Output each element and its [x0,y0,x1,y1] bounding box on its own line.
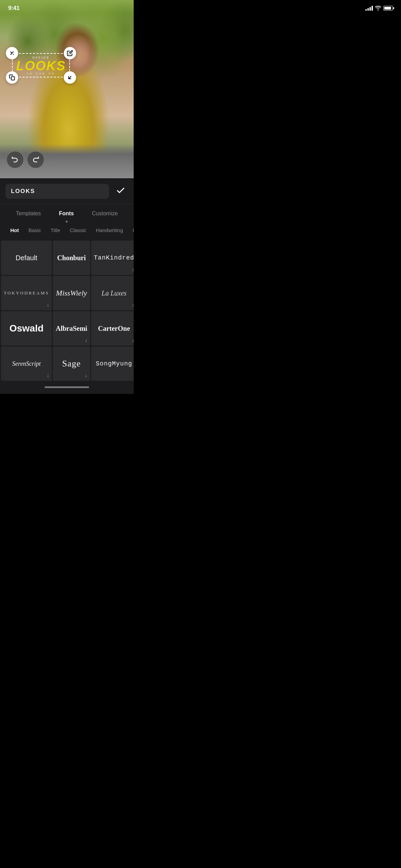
font-cell-tokyodreams[interactable]: TOKYODREAMS ↓ [1,276,52,310]
download-icon-sage: ↓ [85,373,87,378]
undo-button[interactable] [7,152,23,168]
resize-handle[interactable] [64,71,76,84]
text-overlay-container[interactable]: OFFICE LOOKS TH ONE SH [12,53,70,77]
tab-templates[interactable]: Templates [13,209,44,218]
download-icon-albrasemi: ↓ [85,337,87,343]
font-label-oswald: Oswald [7,320,46,337]
tabs-row: Templates Fonts Customize [0,204,134,221]
font-label-misswiely: MissWiely [53,286,89,300]
font-label-tokyodreams: TOKYODREAMS [1,288,52,299]
category-basic[interactable]: Basic [24,225,46,235]
confirm-button[interactable] [113,183,128,199]
tab-indicators [0,221,134,222]
font-cell-laluxes[interactable]: La Luxes ↓ [91,276,134,310]
tab-customize[interactable]: Customize [89,209,121,218]
font-cell-songmyung[interactable]: SongMyung [91,347,134,381]
category-title[interactable]: Title [46,225,65,235]
font-label-albrasemi: AlbraSemi [53,322,90,335]
tab-indicator-customize [106,221,108,222]
download-icon-carterone: ↓ [132,337,134,343]
font-label-songmyung: SongMyung [93,358,134,370]
home-indicator [0,382,134,394]
download-icon-serenscript: ↓ [47,373,49,378]
font-label-default: Default [13,251,40,265]
font-label-chonburi: Chonburi [54,251,88,265]
overlay-main-text: LOOKS [16,59,66,72]
copy-handle[interactable] [6,71,18,84]
download-icon-tankindred: ↓ [132,267,134,272]
text-overlay-box[interactable]: OFFICE LOOKS TH ONE SH [12,53,70,77]
font-cell-albrasemi[interactable]: AlbraSemi ↓ [53,311,90,346]
svg-line-4 [69,76,71,79]
tab-fonts[interactable]: Fonts [56,209,77,218]
font-cell-sage[interactable]: Sage ↓ [53,347,90,381]
font-cell-misswiely[interactable]: MissWiely [53,276,90,310]
overlay-sub-text: TH ONE SH [16,72,66,75]
font-category-row: Hot Basic Title Classic Handwriting Play… [0,224,134,241]
tab-indicator-fonts [66,221,68,222]
font-label-laluxes: La Luxes [99,287,129,300]
svg-rect-3 [11,77,15,80]
font-label-tankindred: TanKindred [91,252,134,264]
download-icon-tokyodreams: ↓ [47,302,49,308]
font-cell-chonburi[interactable]: Chonburi [53,241,90,275]
font-cell-serenscript[interactable]: SerenScript ↓ [1,347,52,381]
font-label-sage: Sage [59,356,84,372]
font-cell-tankindred[interactable]: TanKindred ↓ [91,241,134,275]
text-input-row [0,178,134,204]
category-classic[interactable]: Classic [65,225,91,235]
status-bar: 9:41 [0,0,134,14]
font-label-serenscript: SerenScript [10,358,44,370]
redo-button[interactable] [27,152,44,168]
font-cell-carterone[interactable]: CarterOne ↓ [91,311,134,346]
font-cell-default[interactable]: Default [1,241,52,275]
download-icon-laluxes: ↓ [132,302,134,308]
font-label-carterone: CarterOne [95,322,133,335]
overlay-office-text: OFFICE [16,56,66,59]
home-bar [45,386,89,388]
category-handwriting[interactable]: Handwriting [91,225,128,235]
undo-redo-group [7,152,44,168]
category-hot[interactable]: Hot [5,225,24,235]
photo-area: OFFICE LOOKS TH ONE SH [0,0,134,178]
bottom-panel: Templates Fonts Customize Hot Basic Titl… [0,178,134,394]
font-grid: Default Chonburi TanKindred ↓ TOKYODREAM… [0,241,134,381]
font-cell-oswald[interactable]: Oswald [1,311,52,346]
category-playful[interactable]: Playful [128,225,134,235]
status-time: 9:41 [8,5,20,12]
text-input[interactable] [5,184,109,199]
tab-indicator-templates [26,221,28,222]
